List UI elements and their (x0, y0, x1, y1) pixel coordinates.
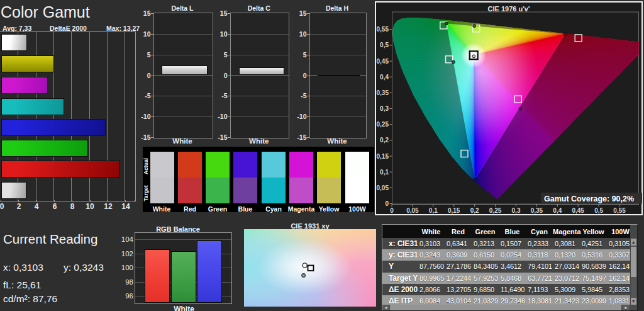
svg-text:0,4: 0,4 (553, 207, 562, 214)
svg-text:0,2: 0,2 (380, 137, 389, 144)
svg-text:0,45: 0,45 (572, 207, 584, 214)
svg-text:0,25: 0,25 (377, 121, 389, 128)
svg-text:0,5: 0,5 (594, 207, 603, 214)
svg-text:0: 0 (385, 200, 389, 207)
svg-text:Gamut Coverage: 90,2%: Gamut Coverage: 90,2% (544, 195, 634, 203)
svg-text:0,4: 0,4 (380, 74, 389, 81)
svg-text:0,35: 0,35 (377, 89, 389, 96)
svg-text:0: 0 (390, 207, 394, 214)
svg-text:CIE 1976 u'v': CIE 1976 u'v' (488, 5, 530, 13)
svg-text:0,3: 0,3 (512, 207, 521, 214)
svg-text:0,45: 0,45 (377, 58, 389, 65)
svg-text:0,2: 0,2 (470, 207, 479, 214)
svg-text:0,3: 0,3 (380, 105, 389, 112)
svg-text:0,1: 0,1 (429, 207, 438, 214)
svg-text:0,55: 0,55 (377, 26, 389, 33)
svg-text:0,05: 0,05 (406, 207, 419, 214)
svg-text:0,1: 0,1 (380, 169, 389, 176)
svg-text:0,55: 0,55 (613, 207, 626, 214)
svg-text:0,35: 0,35 (531, 207, 543, 214)
svg-text:0,15: 0,15 (377, 153, 389, 160)
svg-text:0,5: 0,5 (380, 42, 389, 48)
svg-text:0,25: 0,25 (489, 207, 502, 214)
svg-text:0,05: 0,05 (377, 184, 389, 191)
svg-text:0,15: 0,15 (448, 207, 460, 214)
